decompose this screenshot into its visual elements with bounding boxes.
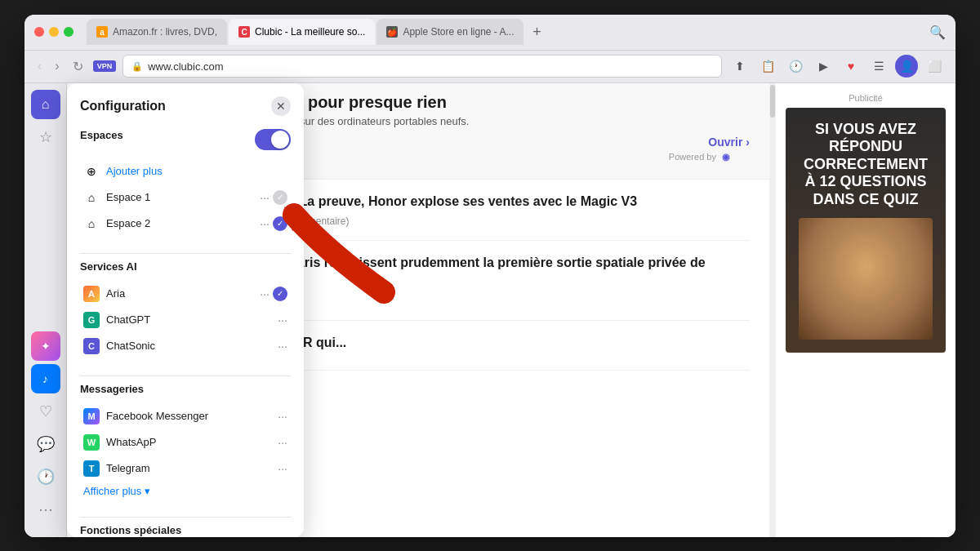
back-button[interactable]: ‹ xyxy=(34,56,45,77)
espace-2-actions: ··· ✓ xyxy=(260,216,287,231)
telegram-dots[interactable]: ··· xyxy=(278,462,287,475)
extensions-button[interactable]: ⬜ xyxy=(923,55,946,78)
tab-amazon-label: Amazon.fr : livres, DVD, xyxy=(113,26,217,38)
heart-button[interactable]: ♥ xyxy=(840,55,862,78)
sidebar-star-icon[interactable]: ☆ xyxy=(31,122,60,152)
title-bar: a Amazon.fr : livres, DVD, C Clubic - La… xyxy=(24,15,956,51)
whatsapp-dots[interactable]: ··· xyxy=(278,436,287,449)
minimize-traffic-light[interactable] xyxy=(49,27,59,37)
chatsonic-service-icon: C xyxy=(83,338,100,354)
espace-1-label: Espace 1 xyxy=(106,191,260,203)
sidebar-extension-pink-icon[interactable]: ✦ xyxy=(31,331,60,361)
panel-close-button[interactable]: ✕ xyxy=(271,96,291,116)
tab-clubic[interactable]: C Clubic - La meilleure so... xyxy=(229,19,375,45)
ad-portrait-image xyxy=(799,218,933,339)
close-traffic-light[interactable] xyxy=(34,27,44,37)
chatgpt-dots[interactable]: ··· xyxy=(278,313,287,327)
show-more-button[interactable]: Afficher plus ▾ xyxy=(80,482,291,500)
aria-service-icon: A xyxy=(83,286,100,302)
chatsonic-dots[interactable]: ··· xyxy=(278,340,287,353)
profile-button[interactable]: 👤 xyxy=(895,55,918,78)
messenger-label: Facebook Messenger xyxy=(106,410,278,422)
sidebar-heart-icon[interactable]: ♡ xyxy=(31,397,60,426)
espaces-title: Espaces xyxy=(80,129,123,141)
amazon-favicon: a xyxy=(96,26,108,38)
divider-3 xyxy=(80,517,291,518)
aria-item[interactable]: A Aria ··· ✓ xyxy=(80,281,291,307)
clock-nav-button[interactable]: 🕐 xyxy=(784,55,807,78)
espace-1-actions: ··· ✓ xyxy=(260,190,287,205)
tab-amazon[interactable]: a Amazon.fr : livres, DVD, xyxy=(87,19,227,45)
fonctions-section: Fonctions spéciales 📖 Lecteur ··· ✓ xyxy=(80,524,291,537)
messageries-title: Messageries xyxy=(80,383,291,395)
espaces-header: Espaces xyxy=(80,129,291,150)
apple-favicon: 🍎 xyxy=(386,26,398,38)
ad-sidebar: Publicité SI VOUS AVEZRÉPONDU CORRECTEME… xyxy=(776,83,956,537)
main-content: ⌂ ☆ ✦ ♪ ♡ 💬 🕐 ⋯ xyxy=(24,83,956,537)
toggle-knob xyxy=(271,131,289,149)
add-more-label: Ajouter plus xyxy=(106,165,287,177)
ad-banner[interactable]: SI VOUS AVEZRÉPONDU CORRECTEMENTÀ 12 QUE… xyxy=(786,108,946,353)
tab-bar: a Amazon.fr : livres, DVD, C Clubic - La… xyxy=(87,19,923,45)
scrollbar-track[interactable] xyxy=(769,83,776,537)
ai-services-title: Services AI xyxy=(80,260,291,273)
aria-dots[interactable]: ··· xyxy=(260,287,270,300)
url-text: www.clubic.com xyxy=(148,60,223,73)
vpn-badge: VPN xyxy=(93,60,117,72)
lock-icon: 🔒 xyxy=(131,61,143,72)
chatsonic-label: ChatSonic xyxy=(106,340,278,352)
add-more-item[interactable]: ⊕ Ajouter plus xyxy=(80,158,291,184)
messenger-service-icon: M xyxy=(83,408,100,424)
whatsapp-item[interactable]: W WhatsApP ··· xyxy=(80,429,291,455)
chatgpt-service-icon: G xyxy=(83,312,100,328)
publicite-label: Publicité xyxy=(786,93,946,103)
messenger-item[interactable]: M Facebook Messenger ··· xyxy=(80,403,291,429)
chatgpt-actions: ··· xyxy=(278,313,287,327)
whatsapp-actions: ··· xyxy=(278,436,287,449)
panel-header: Configuration ✕ xyxy=(80,96,291,116)
sidebar-more-icon[interactable]: ⋯ xyxy=(31,495,60,524)
messageries-section: Messageries M Facebook Messenger ··· W W… xyxy=(80,383,291,500)
aria-actions: ··· ✓ xyxy=(260,287,287,301)
chevron-down-icon: ▾ xyxy=(145,485,150,497)
espaces-section: Espaces ⊕ Ajouter plus ⌂ Espace 1 ··· ✓ xyxy=(80,129,291,237)
espace-1-dots[interactable]: ··· xyxy=(260,191,270,204)
fonctions-title: Fonctions spéciales xyxy=(80,524,291,536)
messenger-actions: ··· xyxy=(278,410,287,423)
sidebar-chat-icon[interactable]: 💬 xyxy=(31,429,60,459)
scrollbar-thumb[interactable] xyxy=(770,85,775,118)
sidebar-extension-blue-icon[interactable]: ♪ xyxy=(31,364,60,393)
divider-2 xyxy=(80,375,291,376)
chatgpt-item[interactable]: G ChatGPT ··· xyxy=(80,307,291,333)
telegram-item[interactable]: T Telegram ··· xyxy=(80,455,291,482)
url-bar[interactable]: 🔒 www.clubic.com xyxy=(122,55,722,78)
sidebar-home-icon[interactable]: ⌂ xyxy=(31,90,60,119)
messenger-dots[interactable]: ··· xyxy=(278,410,287,423)
ouvrir-button[interactable]: Ouvrir › xyxy=(708,136,750,149)
espace-2-item[interactable]: ⌂ Espace 2 ··· ✓ xyxy=(80,211,291,237)
espace-1-check: ✓ xyxy=(273,190,287,205)
sidebar-clock-icon[interactable]: 🕐 xyxy=(31,462,60,491)
new-tab-button[interactable]: + xyxy=(525,20,548,43)
tab-apple[interactable]: 🍎 Apple Store en ligne - A... xyxy=(376,19,523,45)
configuration-panel: Configuration ✕ Espaces ⊕ Ajouter plus ⌂ xyxy=(67,83,304,537)
reading-list-button[interactable]: 📋 xyxy=(756,55,779,78)
espace-2-label: Espace 2 xyxy=(106,217,260,229)
search-icon[interactable]: 🔍 xyxy=(929,24,946,40)
espace-2-dots[interactable]: ··· xyxy=(260,217,270,230)
hamburger-button[interactable]: ☰ xyxy=(867,55,890,78)
forward-button[interactable]: › xyxy=(51,56,62,77)
espace-1-icon: ⌂ xyxy=(83,189,100,206)
chatsonic-item[interactable]: C ChatSonic ··· xyxy=(80,333,291,359)
fullscreen-traffic-light[interactable] xyxy=(64,27,74,37)
clubic-favicon: C xyxy=(238,26,250,38)
chatsonic-actions: ··· xyxy=(278,340,287,353)
refresh-button[interactable]: ↻ xyxy=(69,56,87,78)
espaces-toggle[interactable] xyxy=(255,129,291,150)
play-button[interactable]: ▶ xyxy=(812,55,835,78)
share-button[interactable]: ⬆ xyxy=(728,55,751,78)
tab-apple-label: Apple Store en ligne - A... xyxy=(403,26,514,38)
add-icon: ⊕ xyxy=(83,163,100,180)
espace-1-item[interactable]: ⌂ Espace 1 ··· ✓ xyxy=(80,184,291,211)
nav-actions: ⬆ 📋 🕐 ▶ ♥ ☰ 👤 ⬜ xyxy=(728,55,946,78)
